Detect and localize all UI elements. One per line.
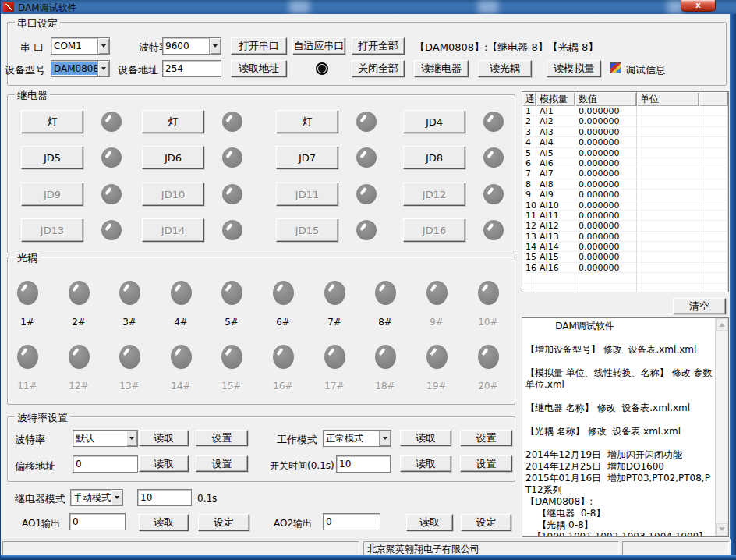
analog-col-header[interactable]: 单位 (637, 92, 699, 106)
log-scrollbar[interactable] (715, 318, 728, 536)
relay-mode-combo[interactable]: 手动模式 (70, 489, 123, 506)
ao2-input[interactable] (323, 513, 380, 530)
opto-cell: 17# (316, 345, 353, 392)
relay-button-14[interactable]: JD14 (142, 218, 204, 242)
work-mode-read-button[interactable]: 读取 (400, 430, 451, 446)
scroll-up-icon[interactable] (716, 318, 728, 331)
chevron-down-icon[interactable] (97, 61, 109, 76)
open-all-button[interactable]: 打开全部 (352, 37, 405, 55)
analog-row[interactable]: 5AI50.000000 (522, 148, 728, 158)
opto-cell: 10# (469, 281, 507, 328)
device-info-label: 【DAM0808】:【继电器 8】【光耦 8】 (415, 41, 598, 55)
app-icon (3, 2, 14, 12)
relay-cell: JD5 (21, 146, 127, 169)
log-line: 2014年12月19日 增加闪开闪闭功能 (525, 449, 713, 461)
analog-row[interactable]: 10AI100.000000 (522, 200, 728, 211)
relay-button-4[interactable]: JD4 (403, 110, 465, 133)
analog-row[interactable]: 3AI30.000000 (522, 127, 728, 137)
read-addr-button[interactable]: 读取地址 (231, 60, 287, 77)
baudrate-combo[interactable]: 默认 (73, 430, 138, 447)
auto-port-button[interactable]: 自适应串口 (292, 37, 345, 55)
switch-time-input[interactable] (336, 455, 391, 473)
relay-button-11[interactable]: JD11 (276, 183, 338, 206)
analog-col-header[interactable]: 通 (522, 92, 536, 106)
ao1-input[interactable] (69, 513, 126, 530)
opto-led-8 (375, 281, 396, 305)
analog-row[interactable]: 2AI20.000000 (522, 116, 728, 126)
analog-row[interactable]: 16AI160.000000 (522, 263, 728, 273)
opto-cell: 16# (264, 345, 302, 392)
ao1-set-button[interactable]: 设定 (198, 514, 249, 531)
relay-button-16[interactable]: JD16 (403, 218, 465, 242)
relay-button-13[interactable]: JD13 (21, 218, 83, 242)
chevron-down-icon[interactable] (97, 38, 109, 54)
relay-button-10[interactable]: JD10 (142, 183, 204, 206)
relay-time-input[interactable] (137, 489, 192, 506)
relay-button-6[interactable]: JD6 (142, 146, 204, 169)
analog-row[interactable]: 6AI60.000000 (522, 158, 728, 168)
opto-cell: 6# (264, 281, 302, 328)
relay-button-2[interactable]: 灯 (142, 110, 204, 133)
relay-button-5[interactable]: JD5 (21, 146, 83, 169)
chevron-down-icon[interactable] (209, 38, 221, 54)
analog-row[interactable]: 9AI90.000000 (522, 190, 728, 200)
clear-log-button[interactable]: 清空 (673, 298, 726, 314)
analog-cell (637, 221, 699, 231)
analog-row[interactable]: 4AI40.000000 (522, 137, 728, 147)
ao2-set-button[interactable]: 设定 (461, 514, 511, 531)
analog-row[interactable]: 1AI10.000000 (522, 106, 728, 116)
switch-time-set-button[interactable]: 设置 (460, 455, 512, 472)
baud-set-button[interactable]: 设置 (196, 430, 248, 446)
read-opto-button[interactable]: 读光耦 (478, 60, 532, 77)
relay-button-7[interactable]: JD7 (276, 146, 338, 169)
scroll-down-icon[interactable] (716, 523, 728, 536)
port-combo[interactable]: COM1 (51, 37, 110, 55)
relay-button-3[interactable]: 灯 (276, 110, 338, 133)
work-mode-set-button[interactable]: 设置 (460, 430, 512, 446)
opto-led-20 (478, 345, 499, 369)
title-bar[interactable]: DAM调试软件 x (1, 0, 736, 14)
analog-cell: 0.000000 (575, 200, 637, 211)
relay-button-8[interactable]: JD8 (403, 146, 465, 169)
analog-col-header[interactable] (699, 92, 728, 106)
offset-read-button[interactable]: 读取 (139, 455, 189, 472)
analog-cell (637, 116, 699, 126)
offset-set-button[interactable]: 设置 (196, 455, 248, 472)
ao2-read-button[interactable]: 读取 (406, 514, 453, 531)
ao1-read-button[interactable]: 读取 (139, 514, 189, 531)
relay-button-12[interactable]: JD12 (403, 183, 465, 206)
chevron-down-icon[interactable] (126, 431, 137, 446)
analog-row[interactable]: 13AI130.000000 (522, 232, 728, 242)
analog-cell: 4 (522, 137, 536, 147)
analog-row[interactable]: 8AI80.000000 (522, 179, 728, 190)
work-mode-combo[interactable]: 正常模式 (323, 430, 391, 447)
analog-col-header[interactable]: 数值 (575, 92, 637, 106)
baud-read-button[interactable]: 读取 (139, 430, 189, 446)
relay-button-15[interactable]: JD15 (276, 218, 338, 242)
model-combo[interactable]: DAM0808 (51, 60, 110, 77)
close-all-button[interactable]: 关闭全部 (352, 60, 405, 77)
switch-time-read-button[interactable]: 读取 (400, 455, 451, 472)
baud-combo[interactable]: 9600 (162, 37, 221, 55)
analog-row[interactable]: 14AI140.000000 (522, 242, 728, 252)
relay-button-1[interactable]: 灯 (21, 110, 83, 133)
analog-row[interactable]: 11AI110.000000 (522, 211, 728, 221)
relay-button-9[interactable]: JD9 (21, 183, 83, 206)
analog-row[interactable]: 12AI120.000000 (522, 221, 728, 231)
chevron-down-icon[interactable] (379, 431, 391, 446)
relay-cell: JD10 (142, 183, 248, 206)
offset-addr-input[interactable] (73, 455, 138, 473)
analog-cell: 0.000000 (575, 106, 637, 116)
analog-row[interactable] (522, 273, 728, 283)
analog-row[interactable]: 7AI70.000000 (522, 168, 728, 179)
read-analog-button[interactable]: 读模拟量 (547, 60, 601, 77)
open-port-button[interactable]: 打开串口 (231, 37, 287, 55)
read-relay-button[interactable]: 读继电器 (414, 60, 469, 77)
analog-row[interactable] (522, 284, 728, 292)
analog-col-header[interactable]: 模拟量 (536, 92, 575, 106)
device-addr-input[interactable] (162, 60, 221, 77)
analog-row[interactable]: 15AI150.000000 (522, 252, 728, 262)
opto-cell: 8# (366, 281, 404, 328)
chevron-down-icon[interactable] (111, 490, 122, 505)
close-button[interactable]: x (681, 0, 716, 12)
